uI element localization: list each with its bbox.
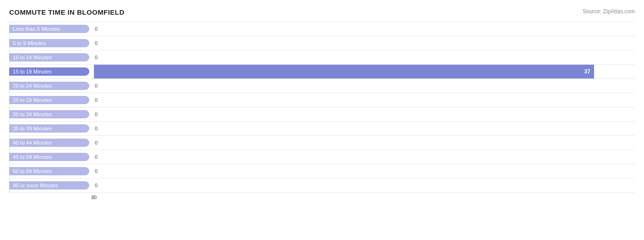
bar-label: 60 to 89 Minutes [9, 167, 89, 175]
bar-label: 30 to 34 Minutes [9, 110, 89, 118]
bar-label: 5 to 9 Minutes [9, 39, 89, 47]
bar-value: 0 [95, 40, 98, 46]
bar-track: 0 [94, 150, 635, 164]
bar-label: 90 or more Minutes [9, 181, 89, 190]
bar-label: 35 to 39 Minutes [9, 124, 89, 133]
bar-value: 0 [95, 154, 98, 160]
bar-track: 0 [94, 79, 635, 93]
bar-row: 15 to 19 Minutes37 [9, 65, 635, 79]
chart-container: COMMUTE TIME IN BLOOMFIELD Source: ZipAt… [0, 0, 644, 240]
chart-title: COMMUTE TIME IN BLOOMFIELD [9, 8, 125, 16]
bar-row: 45 to 59 Minutes0 [9, 150, 635, 164]
bar-track: 0 [94, 93, 635, 107]
bar-label-wrap: 40 to 44 Minutes [9, 139, 94, 147]
bar-label: 45 to 59 Minutes [9, 153, 89, 161]
bar-row: 20 to 24 Minutes0 [9, 79, 635, 93]
bar-row: 90 or more Minutes0 [9, 179, 635, 193]
bar-value: 0 [95, 112, 98, 117]
x-axis: 02040 [94, 193, 635, 207]
bar-label-wrap: 35 to 39 Minutes [9, 124, 94, 133]
bar-label-wrap: 5 to 9 Minutes [9, 39, 94, 47]
bar-value: 0 [95, 140, 98, 145]
bar-value: 0 [95, 26, 98, 32]
bar-fill [94, 65, 594, 78]
bar-label-wrap: 90 or more Minutes [9, 181, 94, 190]
bar-track: 0 [94, 164, 635, 178]
bar-track: 0 [94, 107, 635, 121]
chart-header: COMMUTE TIME IN BLOOMFIELD Source: ZipAt… [9, 8, 635, 16]
bar-track: 0 [94, 22, 635, 36]
bar-track: 0 [94, 179, 635, 192]
bar-label: 20 to 24 Minutes [9, 82, 89, 90]
bar-row: 30 to 34 Minutes0 [9, 107, 635, 122]
bar-label: 25 to 29 Minutes [9, 96, 89, 104]
bar-track: 0 [94, 136, 635, 150]
bar-label: 15 to 19 Minutes [9, 67, 89, 76]
bar-row: 60 to 89 Minutes0 [9, 164, 635, 179]
bar-row: Less than 5 Minutes0 [9, 22, 635, 36]
bar-value: 0 [95, 126, 98, 131]
bar-label-wrap: 60 to 89 Minutes [9, 167, 94, 175]
bar-label-wrap: 20 to 24 Minutes [9, 82, 94, 90]
bar-value: 0 [95, 183, 98, 188]
bar-label: 10 to 14 Minutes [9, 53, 89, 61]
bar-value: 37 [584, 68, 590, 75]
bar-label-wrap: 15 to 19 Minutes [9, 67, 94, 76]
bar-value: 0 [95, 97, 98, 103]
bar-row: 35 to 39 Minutes0 [9, 122, 635, 136]
bar-label-wrap: Less than 5 Minutes [9, 25, 94, 33]
bar-track: 0 [94, 50, 635, 64]
chart-source: Source: ZipAtlas.com [583, 8, 635, 15]
bar-label-wrap: 10 to 14 Minutes [9, 53, 94, 61]
chart-body: Less than 5 Minutes05 to 9 Minutes010 to… [9, 22, 635, 207]
bar-value: 0 [95, 168, 98, 174]
bar-label: 40 to 44 Minutes [9, 139, 89, 147]
bar-label-wrap: 25 to 29 Minutes [9, 96, 94, 104]
bar-row: 10 to 14 Minutes0 [9, 50, 635, 65]
bar-row: 25 to 29 Minutes0 [9, 93, 635, 107]
bar-value: 0 [95, 55, 98, 60]
x-axis-tick: 40 [91, 195, 97, 200]
bar-track: 37 [94, 65, 635, 78]
bar-label-wrap: 30 to 34 Minutes [9, 110, 94, 118]
bar-label-wrap: 45 to 59 Minutes [9, 153, 94, 161]
bar-row: 5 to 9 Minutes0 [9, 36, 635, 50]
bar-track: 0 [94, 36, 635, 50]
bar-value: 0 [95, 83, 98, 89]
bars-area: Less than 5 Minutes05 to 9 Minutes010 to… [9, 22, 635, 193]
bar-track: 0 [94, 122, 635, 135]
bar-row: 40 to 44 Minutes0 [9, 136, 635, 150]
bar-label: Less than 5 Minutes [9, 25, 89, 33]
